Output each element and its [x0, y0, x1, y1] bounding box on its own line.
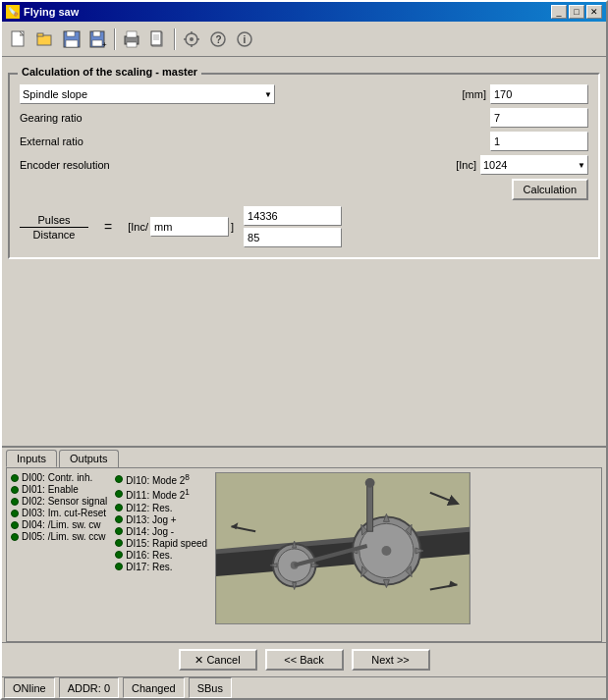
main-window: 🪚 Flying saw _ □ ✕ + — [0, 0, 608, 700]
svg-rect-7 — [93, 31, 100, 36]
maximize-button[interactable]: □ — [569, 5, 584, 19]
di04-dot — [11, 521, 19, 529]
open-button[interactable] — [32, 27, 58, 52]
di03-label: DI03: Im. cut-Reset — [22, 508, 106, 518]
gearing-label: Gearing ratio — [20, 112, 147, 124]
list-item: DI02: Sensor signal — [11, 496, 107, 507]
calculation-group: Calculation of the scaling - master Spin… — [8, 73, 600, 259]
svg-point-51 — [365, 478, 375, 488]
inc-mm-input[interactable] — [150, 217, 229, 237]
external-input[interactable] — [490, 132, 588, 151]
svg-rect-14 — [151, 31, 161, 45]
close-button[interactable]: ✕ — [586, 5, 602, 19]
status-addr: ADDR: 0 — [59, 677, 119, 698]
di05-dot — [11, 533, 19, 541]
print-button[interactable] — [119, 27, 144, 52]
svg-text:?: ? — [216, 34, 222, 45]
encoder-select-wrapper: 1024 512 2048 4096 — [480, 155, 588, 175]
external-label: External ratio — [20, 135, 147, 147]
di15-dot — [115, 539, 123, 547]
di10-label: DI10: Mode 28 — [126, 472, 190, 486]
save-button[interactable] — [59, 27, 84, 52]
di11-label: DI11: Mode 21 — [126, 487, 190, 501]
svg-rect-2 — [37, 33, 43, 36]
new-button[interactable] — [6, 27, 31, 52]
back-button[interactable]: << Back — [265, 649, 344, 671]
tool-button[interactable] — [179, 27, 204, 52]
distance-input[interactable] — [244, 228, 342, 247]
tab-inputs[interactable]: Inputs — [6, 450, 57, 467]
di00-dot — [11, 474, 19, 482]
minimize-button[interactable]: _ — [551, 5, 567, 19]
info-button[interactable]: i — [232, 27, 257, 52]
io-list: DI00: Contr. inh. DI01: Enable DI02: Sen… — [7, 468, 601, 641]
gearing-input[interactable] — [490, 108, 588, 128]
di12-label: DI12: Res. — [126, 503, 172, 513]
list-item: DI10: Mode 28 — [115, 472, 207, 486]
gearing-row: Gearing ratio — [20, 108, 588, 128]
svg-text:i: i — [244, 34, 247, 45]
status-online: ONline — [4, 677, 55, 698]
di00-label: DI00: Contr. inh. — [22, 472, 92, 483]
calculation-button[interactable]: Calculation — [512, 179, 588, 200]
calc-button-row: Calculation — [20, 179, 588, 200]
di02-label: DI02: Sensor signal — [22, 496, 107, 507]
equals-sign: = — [104, 219, 112, 235]
di14-dot — [115, 527, 123, 535]
next-label: Next — [371, 654, 394, 666]
di16-dot — [115, 551, 123, 559]
di17-label: DI17: Res. — [126, 562, 172, 572]
list-item: DI03: Im. cut-Reset — [11, 508, 107, 518]
di16-label: DI16: Res. — [126, 550, 172, 561]
di14-label: DI14: Jog - — [126, 526, 174, 537]
spindle-select-wrapper: Spindle slope — [20, 84, 275, 104]
printprev-button[interactable] — [145, 27, 171, 52]
inc-mm-wrapper: [Inc/ ] — [128, 217, 234, 237]
di11-dot — [115, 490, 123, 498]
help-button[interactable]: ? — [205, 27, 231, 52]
list-item: DI05: /Lim. sw. ccw — [11, 531, 107, 542]
di01-dot — [11, 486, 19, 494]
status-sbus: SBus — [189, 677, 232, 698]
inc-mm-open: [Inc/ — [128, 221, 148, 233]
svg-rect-5 — [66, 40, 78, 47]
mm-unit-label: [mm] — [463, 88, 486, 100]
tab-outputs[interactable]: Outputs — [59, 450, 119, 467]
svg-rect-50 — [367, 483, 373, 531]
list-item: DI01: Enable — [11, 484, 107, 495]
di04-label: DI04: /Lim. sw. cw — [22, 519, 101, 530]
title-buttons: _ □ ✕ — [551, 5, 602, 19]
di17-dot — [115, 563, 123, 570]
list-item: DI15: Rapid speed — [115, 538, 207, 549]
inc-mm-close: ] — [231, 221, 234, 233]
encoder-label: Encoder resolution — [20, 159, 147, 171]
next-button[interactable]: Next >> — [352, 649, 430, 671]
spindle-select[interactable]: Spindle slope — [20, 84, 275, 104]
title-bar-left: 🪚 Flying saw — [6, 5, 79, 19]
pulses-input[interactable] — [244, 206, 342, 226]
cancel-label: Cancel — [206, 654, 240, 666]
main-content: Calculation of the scaling - master Spin… — [2, 57, 606, 446]
di13-dot — [115, 515, 123, 523]
io-column-2: DI10: Mode 28 DI11: Mode 21 DI12: Res. D… — [115, 472, 207, 637]
bottom-section: Inputs Outputs DI00: Contr. inh. DI01: E… — [2, 446, 606, 642]
saw-illustration — [216, 473, 470, 623]
cancel-button[interactable]: ✕ Cancel — [179, 649, 257, 671]
svg-rect-8 — [92, 40, 102, 46]
list-item: DI17: Res. — [115, 562, 207, 572]
di13-label: DI13: Jog + — [126, 514, 176, 525]
svg-point-34 — [382, 546, 392, 556]
cancel-icon: ✕ — [194, 654, 206, 666]
title-bar: 🪚 Flying saw _ □ ✕ — [2, 2, 606, 22]
fraction-display: Pulses Distance — [20, 214, 88, 241]
encoder-select[interactable]: 1024 512 2048 4096 — [480, 155, 588, 175]
fraction-numerator: Pulses — [20, 214, 88, 228]
encoder-row: Encoder resolution [Inc] 1024 512 2048 4… — [20, 155, 588, 175]
window-title: Flying saw — [24, 6, 79, 18]
tabs-bar: Inputs Outputs — [2, 448, 606, 467]
di15-label: DI15: Rapid speed — [126, 538, 207, 549]
mm-value-input[interactable] — [490, 84, 588, 104]
saveas-button[interactable]: + — [85, 27, 111, 52]
window-icon: 🪚 — [6, 5, 20, 19]
svg-rect-4 — [67, 31, 75, 36]
